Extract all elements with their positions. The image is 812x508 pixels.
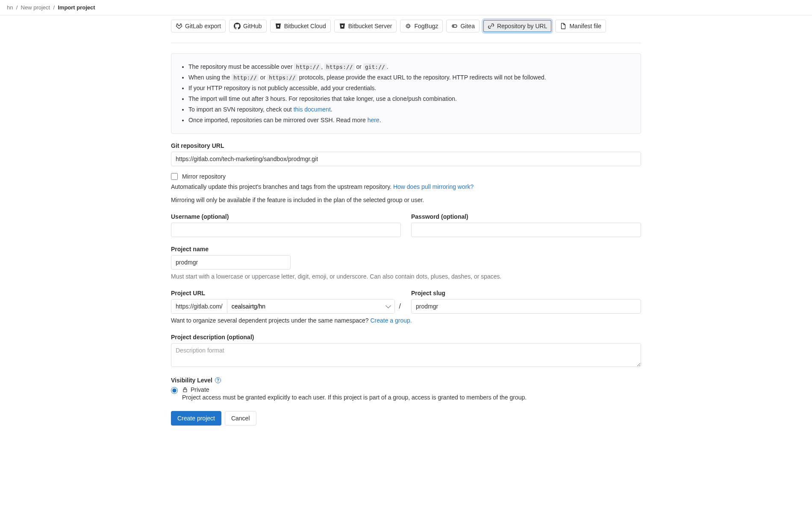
code-https: https:// [324, 63, 355, 70]
info-item: The repository must be accessible over h… [188, 62, 632, 71]
visibility-private-radio[interactable] [171, 387, 178, 394]
github-icon [234, 23, 241, 29]
project-slug-input[interactable] [411, 299, 641, 314]
info-item: When using the http:// or https:// proto… [188, 73, 632, 82]
private-description: Project access must be granted explicitl… [182, 394, 527, 401]
breadcrumb-current: Import project [58, 4, 95, 11]
mirror-checkbox[interactable] [171, 173, 178, 180]
description-label: Project description (optional) [171, 334, 641, 341]
git-url-input[interactable] [171, 152, 641, 166]
info-item: To import an SVN repository, check out t… [188, 105, 632, 114]
info-item: Once imported, repositories can be mirro… [188, 116, 632, 125]
slash-separator: / [399, 302, 401, 310]
tab-gitea[interactable]: Gitea [446, 20, 479, 32]
svg-rect-2 [183, 389, 187, 392]
visibility-label: Visibility Level ? [171, 377, 221, 384]
code-http: http:// [294, 63, 321, 70]
namespace-select[interactable]: cealsairtg/hn [227, 300, 394, 313]
mirror-label: Mirror repository [182, 173, 226, 180]
project-url-label: Project URL [171, 290, 401, 297]
mirror-description: Automatically update this project's bran… [171, 182, 641, 191]
help-icon[interactable]: ? [215, 377, 221, 383]
project-name-input[interactable] [171, 255, 291, 270]
tab-fogbugz[interactable]: FogBugz [400, 20, 443, 32]
namespace-help: Want to organize several dependent proje… [171, 316, 641, 325]
breadcrumb-parent[interactable]: New project [21, 4, 50, 11]
bitbucket-icon [339, 23, 346, 29]
tab-github[interactable]: GitHub [229, 20, 267, 32]
import-info-box: The repository must be accessible over h… [171, 53, 641, 134]
username-input[interactable] [171, 223, 401, 237]
password-label: Password (optional) [411, 213, 641, 220]
tab-manifest[interactable]: Manifest file [555, 20, 606, 32]
gitea-icon [451, 23, 458, 29]
breadcrumb: hn / New project / Import project [0, 0, 812, 15]
private-label: Private [191, 386, 209, 393]
create-group-link[interactable]: Create a group. [370, 317, 412, 324]
mirror-plan-note: Mirroring will only be available if the … [171, 196, 641, 205]
project-url-base: https://gitlab.com/ [171, 300, 227, 313]
tab-bitbucket-cloud[interactable]: Bitbucket Cloud [270, 20, 331, 32]
cancel-button[interactable]: Cancel [225, 411, 256, 426]
breadcrumb-root[interactable]: hn [7, 4, 13, 11]
username-label: Username (optional) [171, 213, 401, 220]
project-name-label: Project name [171, 246, 641, 253]
password-input[interactable] [411, 223, 641, 237]
project-name-help: Must start with a lowercase or uppercase… [171, 272, 641, 281]
svn-doc-link[interactable]: this document [294, 106, 331, 113]
fogbugz-icon [405, 23, 412, 29]
code-git: git:// [363, 63, 387, 70]
info-item: If your HTTP repository is not publicly … [188, 84, 632, 93]
git-url-label: Git repository URL [171, 142, 641, 149]
create-project-button[interactable]: Create project [171, 411, 221, 426]
mirror-learn-link[interactable]: How does pull mirroring work? [393, 183, 474, 190]
tab-repo-by-url[interactable]: Repository by URL [483, 20, 552, 32]
tab-bitbucket-server[interactable]: Bitbucket Server [334, 20, 397, 32]
info-item: The import will time out after 3 hours. … [188, 94, 632, 103]
svg-point-1 [453, 26, 454, 26]
document-icon [560, 23, 567, 29]
project-slug-label: Project slug [411, 290, 641, 297]
description-textarea[interactable] [171, 343, 641, 367]
bitbucket-icon [275, 23, 282, 29]
lock-icon [182, 387, 188, 393]
link-icon [488, 23, 494, 29]
tanuki-icon [176, 23, 182, 29]
ssh-mirror-link[interactable]: here [368, 117, 380, 123]
svg-point-0 [407, 25, 409, 27]
tab-gitlab-export[interactable]: GitLab export [171, 20, 226, 32]
import-tabs: GitLab export GitHub Bitbucket Cloud Bit… [171, 20, 641, 43]
